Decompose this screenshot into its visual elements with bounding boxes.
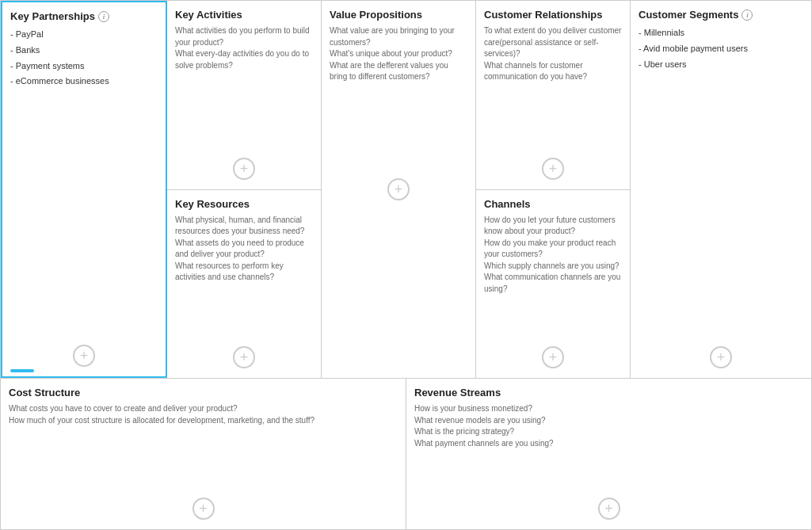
partnerships-title: Key Partnerships i: [10, 10, 158, 22]
segments-info-icon[interactable]: i: [741, 10, 753, 21]
revenue-add-button[interactable]: +: [598, 498, 620, 520]
channels-title-text: Channels: [484, 198, 531, 210]
bottom-section: Cost Structure What costs you have to co…: [1, 379, 811, 529]
partnerships-title-text: Key Partnerships: [10, 10, 95, 22]
activities-add-button[interactable]: +: [233, 158, 255, 180]
list-item: - PayPal: [10, 27, 158, 43]
cost-title-text: Cost Structure: [9, 387, 80, 398]
cell-key-resources: Key Resources What physical, human, and …: [167, 190, 321, 379]
resources-text: What physical, human, and financial reso…: [175, 215, 313, 284]
cell-channels: Channels How do you let your future cust…: [476, 190, 630, 379]
channels-add-button[interactable]: +: [542, 346, 564, 368]
list-item: - eCommerce businesses: [10, 74, 158, 90]
top-section: Key Partnerships i - PayPal - Banks - Pa…: [1, 1, 811, 379]
cell-key-activities: Key Activities What activities do you pe…: [167, 1, 321, 190]
list-item: - Avid mobile payment users: [639, 41, 803, 57]
crm-add-button[interactable]: +: [542, 158, 564, 180]
cost-add-button[interactable]: +: [193, 498, 215, 520]
channels-text: How do you let your future customers kno…: [484, 215, 622, 296]
segments-list: - Millennials - Avid mobile payment user…: [639, 25, 803, 72]
col-crm-channels: Customer Relationships To what extent do…: [476, 1, 631, 378]
cell-value-propositions: Value Propositions What value are you br…: [322, 1, 475, 378]
business-model-canvas: Key Partnerships i - PayPal - Banks - Pa…: [0, 0, 812, 530]
value-text: What value are you bringing to your cust…: [330, 25, 467, 83]
list-item: - Banks: [10, 43, 158, 59]
revenue-text: How is your business monetized? What rev…: [414, 403, 803, 449]
segments-title: Customer Segments i: [639, 9, 803, 21]
resources-title-text: Key Resources: [175, 198, 250, 210]
cell-cost-structure: Cost Structure What costs you have to co…: [1, 379, 406, 529]
list-item: - Millennials: [639, 25, 803, 41]
cell-customer-relationships: Customer Relationships To what extent do…: [476, 1, 630, 190]
cell-customer-segments: Customer Segments i - Millennials - Avid…: [631, 1, 811, 378]
value-title: Value Propositions: [330, 9, 467, 21]
activities-title: Key Activities: [175, 9, 313, 21]
segments-add-button[interactable]: +: [710, 346, 732, 368]
col-key-partnerships: Key Partnerships i - PayPal - Banks - Pa…: [1, 1, 167, 378]
partnerships-info-icon[interactable]: i: [98, 11, 109, 22]
col-value-propositions: Value Propositions What value are you br…: [322, 1, 476, 378]
revenue-title-text: Revenue Streams: [414, 387, 501, 398]
cell-key-partnerships: Key Partnerships i - PayPal - Banks - Pa…: [2, 2, 166, 376]
crm-title: Customer Relationships: [484, 9, 622, 21]
segments-title-text: Customer Segments: [639, 9, 738, 21]
crm-text: To what extent do you deliver customer c…: [484, 25, 622, 83]
resources-title: Key Resources: [175, 198, 313, 210]
revenue-title: Revenue Streams: [414, 387, 803, 398]
partnerships-add-button[interactable]: +: [73, 345, 95, 367]
list-item: - Uber users: [639, 57, 803, 73]
list-item: - Payment systems: [10, 59, 158, 74]
activities-title-text: Key Activities: [175, 9, 242, 21]
value-add-button[interactable]: +: [387, 178, 410, 200]
channels-title: Channels: [484, 198, 622, 210]
resources-add-button[interactable]: +: [233, 346, 255, 368]
cell-revenue-streams: Revenue Streams How is your business mon…: [406, 379, 811, 529]
value-title-text: Value Propositions: [330, 9, 422, 21]
col-activities-resources: Key Activities What activities do you pe…: [167, 1, 322, 378]
crm-title-text: Customer Relationships: [484, 9, 603, 21]
cost-title: Cost Structure: [9, 387, 398, 398]
partnerships-list: - PayPal - Banks - Payment systems - eCo…: [10, 27, 158, 90]
col-customer-segments: Customer Segments i - Millennials - Avid…: [631, 1, 811, 378]
activities-text: What activities do you perform to build …: [175, 25, 313, 71]
cost-text: What costs you have to cover to create a…: [9, 403, 398, 426]
scroll-indicator: [10, 369, 34, 372]
